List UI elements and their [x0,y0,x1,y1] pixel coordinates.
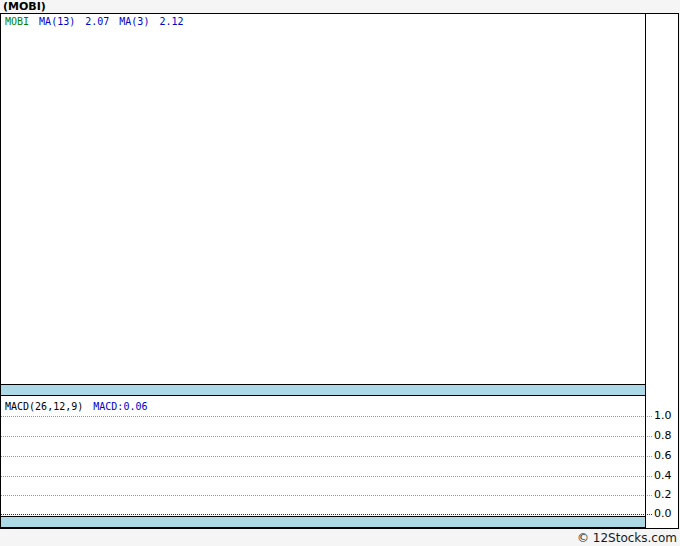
macd-ytick-label: 0.6 [654,450,678,462]
legend-symbol: MOBI [5,16,29,28]
price-panel-date-band [1,384,645,396]
legend-ma13-label: MA(13) [39,16,75,28]
macd-ytick-label: 0.2 [654,489,678,501]
macd-gridline-0.6 [1,456,652,457]
legend-ma3-value: 2.12 [159,16,183,28]
macd-ytick-label: 0.8 [654,430,678,442]
macd-gridline-0.8 [1,436,652,437]
macd-gridline-1.0 [1,416,652,417]
price-panel-legend: MOBI MA(13) 2.07 MA(3) 2.12 [5,16,184,28]
macd-ytick-label: 0.0 [654,508,678,520]
chart-title: (MOBI) [3,0,46,13]
y-axis-divider [645,14,646,528]
macd-panel-legend: MACD(26,12,9) MACD:0.06 [5,401,147,413]
legend-ma13-value: 2.07 [85,16,109,28]
macd-panel-date-band [1,516,645,528]
legend-ma3-label: MA(3) [119,16,149,28]
macd-indicator-label: MACD(26,12,9) [5,401,83,413]
chart-frame: MOBI MA(13) 2.07 MA(3) 2.12 MACD(26,12,9… [0,13,679,529]
footer-credit: © 12Stocks.com [577,531,677,545]
macd-gridline-zero [1,514,652,515]
macd-indicator-value: MACD:0.06 [93,401,147,413]
macd-ytick-label: 0.4 [654,470,678,482]
macd-gridline-0.2 [1,495,652,496]
macd-gridline-0.4 [1,476,652,477]
macd-ytick-label: 1.0 [654,410,678,422]
